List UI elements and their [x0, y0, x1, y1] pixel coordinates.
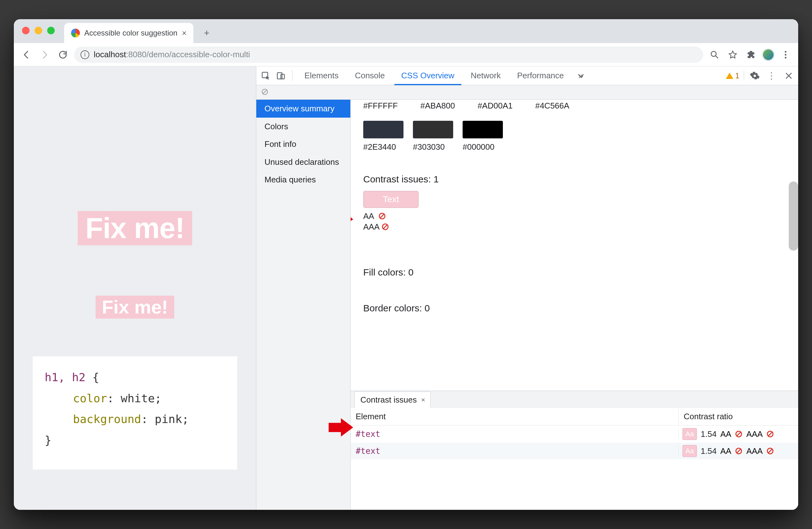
warning-icon: [726, 73, 734, 79]
devtools-settings-icon[interactable]: [749, 70, 761, 82]
extensions-icon[interactable]: [744, 48, 758, 62]
code-val-background: pink: [155, 413, 182, 426]
inspect-element-icon[interactable]: [259, 70, 272, 82]
swatch-hex: #303030: [413, 142, 453, 152]
close-tab-button[interactable]: ×: [182, 28, 187, 38]
tab-performance[interactable]: Performance: [510, 66, 571, 85]
svg-point-3: [785, 57, 786, 58]
tab-console[interactable]: Console: [348, 66, 392, 85]
devtools-drawer: Contrast issues × Element Contrast ratio…: [351, 391, 798, 510]
new-tab-button[interactable]: +: [200, 26, 214, 40]
contrast-aa-row: AA AAA: [363, 211, 786, 232]
color-swatch[interactable]: [363, 121, 404, 138]
warning-count: 1: [735, 71, 739, 80]
contrast-text-swatch[interactable]: Text: [363, 191, 419, 208]
fail-icon: [766, 447, 774, 457]
drawer-tab-contrast-issues[interactable]: Contrast issues ×: [354, 391, 431, 408]
content-area: Fix me! Fix me! h1, h2 { color: white; b…: [14, 66, 798, 510]
color-swatch[interactable]: [463, 121, 503, 138]
devtools-panel: Elements Console CSS Overview Network Pe…: [256, 66, 798, 510]
fail-icon: [735, 447, 742, 457]
annotation-arrow-icon: [351, 210, 353, 229]
code-prop-color: color: [73, 392, 107, 405]
site-info-icon[interactable]: i: [81, 50, 89, 59]
code-val-color: white: [121, 392, 155, 405]
ratio-cell: Aa1.54AAAAA: [679, 428, 798, 440]
hex-label: #AD00A1: [478, 101, 512, 111]
demo-h1: Fix me!: [78, 211, 192, 245]
sidebar-item-font-info[interactable]: Font info: [256, 135, 350, 153]
url-path: /demo/accessible-color-multi: [147, 50, 250, 59]
fail-icon: [766, 430, 774, 440]
bookmark-star-icon[interactable]: [726, 48, 740, 62]
annotation-arrow-icon: [329, 418, 353, 437]
drawer-tab-label: Contrast issues: [360, 395, 417, 405]
browser-toolbar: i localhost:8080/demo/accessible-color-m…: [14, 43, 798, 66]
close-drawer-tab-icon[interactable]: ×: [421, 396, 425, 404]
aaa-label: AAA: [746, 446, 763, 456]
device-toggle-icon[interactable]: [275, 70, 287, 82]
col-element-header: Element: [351, 408, 679, 425]
rendered-page: Fix me! Fix me! h1, h2 { color: white; b…: [14, 66, 256, 510]
fill-colors-heading: Fill colors: 0: [363, 267, 786, 278]
swatch-hex: #2E3440: [363, 142, 404, 152]
favicon-icon: [71, 29, 80, 38]
ratio-value: 1.54: [701, 429, 717, 439]
code-block: h1, h2 { color: white; background: pink;…: [33, 356, 237, 470]
clear-icon[interactable]: [261, 88, 269, 97]
element-cell: #text: [351, 446, 679, 456]
color-swatch[interactable]: [413, 121, 453, 138]
profile-avatar[interactable]: [762, 49, 774, 61]
contrast-issue-row[interactable]: #textAa1.54AAAAA: [351, 443, 798, 459]
tab-elements[interactable]: Elements: [298, 66, 345, 85]
svg-rect-5: [277, 73, 282, 79]
swatch-hex: #000000: [463, 142, 503, 152]
col-ratio-header: Contrast ratio: [679, 408, 798, 425]
sidebar-item-overview-summary[interactable]: Overview summary: [256, 100, 350, 118]
svg-point-1: [785, 51, 786, 53]
reload-button[interactable]: [56, 48, 70, 62]
fail-icon: [378, 212, 386, 223]
aa-label: AA: [721, 446, 731, 456]
zoom-icon[interactable]: [708, 48, 722, 62]
sidebar-item-unused-declarations[interactable]: Unused declarations: [256, 153, 350, 171]
aaa-label: AAA: [746, 429, 763, 439]
more-tabs-icon[interactable]: »: [575, 70, 587, 82]
drawer-header-row: Element Contrast ratio: [351, 408, 798, 426]
devtools-close-icon[interactable]: [782, 70, 795, 82]
minimize-window-button[interactable]: [34, 27, 42, 34]
issues-warning-chip[interactable]: 1: [726, 71, 739, 80]
address-bar[interactable]: i localhost:8080/demo/accessible-color-m…: [74, 46, 703, 63]
chrome-menu-button[interactable]: [779, 48, 793, 62]
close-window-button[interactable]: [22, 27, 30, 34]
svg-point-0: [711, 51, 716, 56]
devtools-menu-icon[interactable]: ⋮: [766, 70, 778, 82]
back-button[interactable]: [19, 48, 33, 62]
contrast-issues-heading: Contrast issues: 1: [363, 174, 786, 185]
ratio-cell: Aa1.54AAAAA: [679, 445, 798, 457]
contrast-issue-row[interactable]: #textAa1.54AAAAA: [351, 426, 798, 443]
tab-network[interactable]: Network: [464, 66, 508, 85]
sidebar-item-media-queries[interactable]: Media queries: [256, 171, 350, 189]
browser-tab[interactable]: Accessible color suggestion ×: [64, 23, 193, 43]
url-text: localhost:8080/demo/accessible-color-mul…: [94, 50, 250, 59]
hex-row-top: #FFFFFF #ABA800 #AD00A1 #4C566A: [363, 102, 786, 111]
tab-title: Accessible color suggestion: [84, 29, 177, 38]
fullscreen-window-button[interactable]: [47, 27, 55, 34]
forward-button[interactable]: [38, 48, 52, 62]
aa-label: AA: [363, 211, 374, 221]
tab-strip: Accessible color suggestion × +: [14, 19, 798, 43]
code-selector: h1, h2: [45, 371, 86, 384]
hex-label: #4C566A: [535, 101, 569, 111]
svg-point-2: [785, 54, 786, 55]
url-host: localhost: [94, 50, 126, 59]
sidebar-item-colors[interactable]: Colors: [256, 118, 350, 135]
window-controls: [22, 27, 55, 34]
url-port: :8080: [126, 50, 147, 59]
scrollbar-thumb[interactable]: [789, 182, 798, 251]
aa-label: AA: [721, 429, 731, 439]
element-cell: #text: [351, 429, 679, 439]
tab-css-overview[interactable]: CSS Overview: [394, 66, 461, 85]
aa-swatch: Aa: [682, 428, 697, 440]
aaa-label: AAA: [363, 222, 379, 231]
